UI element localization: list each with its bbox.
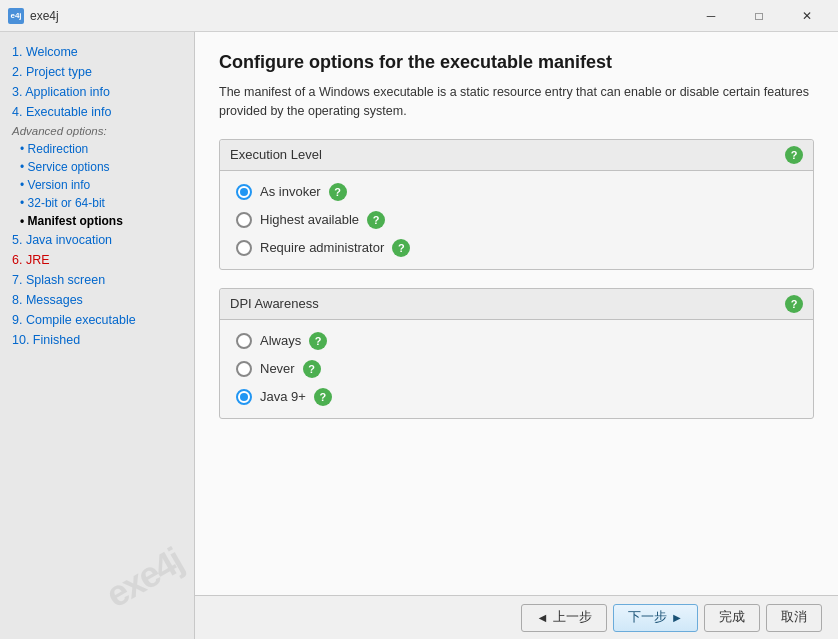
require-admin-help-icon[interactable]: ? bbox=[392, 239, 410, 257]
as-invoker-radio[interactable] bbox=[236, 184, 252, 200]
require-admin-option: Require administrator ? bbox=[236, 239, 797, 257]
next-label: 下一步 bbox=[628, 609, 667, 626]
execution-level-help-icon[interactable]: ? bbox=[785, 146, 803, 164]
page-title: Configure options for the executable man… bbox=[219, 52, 814, 73]
execution-level-content: As invoker ? Highest available ? Require… bbox=[220, 171, 813, 269]
always-help-icon[interactable]: ? bbox=[309, 332, 327, 350]
never-label: Never bbox=[260, 361, 295, 376]
main-container: 1. Welcome 2. Project type 3. Applicatio… bbox=[0, 32, 838, 639]
highest-available-label: Highest available bbox=[260, 212, 359, 227]
sidebar-item-jre[interactable]: 6. JRE bbox=[0, 250, 194, 270]
execution-level-section: Execution Level ? As invoker ? Highest a… bbox=[219, 139, 814, 270]
always-radio[interactable] bbox=[236, 333, 252, 349]
content-area: Configure options for the executable man… bbox=[195, 32, 838, 639]
next-button[interactable]: 下一步 ► bbox=[613, 604, 698, 632]
require-admin-label: Require administrator bbox=[260, 240, 384, 255]
finish-button[interactable]: 完成 bbox=[704, 604, 760, 632]
as-invoker-help-icon[interactable]: ? bbox=[329, 183, 347, 201]
never-option: Never ? bbox=[236, 360, 797, 378]
sidebar-advanced-label: Advanced options: bbox=[0, 122, 194, 140]
cancel-label: 取消 bbox=[781, 609, 807, 626]
window-controls: ─ □ ✕ bbox=[688, 0, 830, 32]
dpi-awareness-section: DPI Awareness ? Always ? Never ? bbox=[219, 288, 814, 419]
always-label: Always bbox=[260, 333, 301, 348]
app-icon: e4j bbox=[8, 8, 24, 24]
execution-level-label: Execution Level bbox=[230, 147, 322, 162]
sidebar-item-project-type[interactable]: 2. Project type bbox=[0, 62, 194, 82]
sidebar-item-welcome[interactable]: 1. Welcome bbox=[0, 42, 194, 62]
sidebar-item-manifest-options[interactable]: • Manifest options bbox=[0, 212, 194, 230]
as-invoker-option: As invoker ? bbox=[236, 183, 797, 201]
highest-available-option: Highest available ? bbox=[236, 211, 797, 229]
next-icon: ► bbox=[671, 611, 683, 625]
require-admin-radio[interactable] bbox=[236, 240, 252, 256]
dpi-awareness-help-icon[interactable]: ? bbox=[785, 295, 803, 313]
dpi-awareness-label: DPI Awareness bbox=[230, 296, 319, 311]
dpi-awareness-header: DPI Awareness ? bbox=[220, 289, 813, 320]
sidebar-item-version-info[interactable]: • Version info bbox=[0, 176, 194, 194]
sidebar-item-java-invocation[interactable]: 5. Java invocation bbox=[0, 230, 194, 250]
finish-label: 完成 bbox=[719, 609, 745, 626]
sidebar-item-splash-screen[interactable]: 7. Splash screen bbox=[0, 270, 194, 290]
sidebar-item-redirection[interactable]: • Redirection bbox=[0, 140, 194, 158]
back-icon: ◄ bbox=[536, 611, 548, 625]
maximize-button[interactable]: □ bbox=[736, 0, 782, 32]
sidebar-item-messages[interactable]: 8. Messages bbox=[0, 290, 194, 310]
java9plus-radio[interactable] bbox=[236, 389, 252, 405]
back-label: 上一步 bbox=[553, 609, 592, 626]
sidebar-item-compile[interactable]: 9. Compile executable bbox=[0, 310, 194, 330]
highest-available-radio[interactable] bbox=[236, 212, 252, 228]
highest-available-help-icon[interactable]: ? bbox=[367, 211, 385, 229]
minimize-button[interactable]: ─ bbox=[688, 0, 734, 32]
cancel-button[interactable]: 取消 bbox=[766, 604, 822, 632]
never-radio[interactable] bbox=[236, 361, 252, 377]
never-help-icon[interactable]: ? bbox=[303, 360, 321, 378]
sidebar: 1. Welcome 2. Project type 3. Applicatio… bbox=[0, 32, 195, 639]
content-wrapper: Configure options for the executable man… bbox=[195, 32, 838, 639]
close-button[interactable]: ✕ bbox=[784, 0, 830, 32]
titlebar: e4j exe4j ─ □ ✕ bbox=[0, 0, 838, 32]
always-option: Always ? bbox=[236, 332, 797, 350]
page-description: The manifest of a Windows executable is … bbox=[219, 83, 814, 121]
java9plus-option: Java 9+ ? bbox=[236, 388, 797, 406]
sidebar-item-service-options[interactable]: • Service options bbox=[0, 158, 194, 176]
bottom-bar: ◄ 上一步 下一步 ► 完成 取消 bbox=[195, 595, 838, 639]
sidebar-item-32-64-bit[interactable]: • 32-bit or 64-bit bbox=[0, 194, 194, 212]
as-invoker-label: As invoker bbox=[260, 184, 321, 199]
sidebar-item-executable-info[interactable]: 4. Executable info bbox=[0, 102, 194, 122]
java9plus-label: Java 9+ bbox=[260, 389, 306, 404]
dpi-awareness-content: Always ? Never ? Java 9+ ? bbox=[220, 320, 813, 418]
java9plus-help-icon[interactable]: ? bbox=[314, 388, 332, 406]
titlebar-title: exe4j bbox=[30, 9, 688, 23]
sidebar-watermark: exe4j bbox=[99, 540, 189, 616]
execution-level-header: Execution Level ? bbox=[220, 140, 813, 171]
sidebar-item-application-info[interactable]: 3. Application info bbox=[0, 82, 194, 102]
back-button[interactable]: ◄ 上一步 bbox=[521, 604, 606, 632]
sidebar-item-finished[interactable]: 10. Finished bbox=[0, 330, 194, 350]
